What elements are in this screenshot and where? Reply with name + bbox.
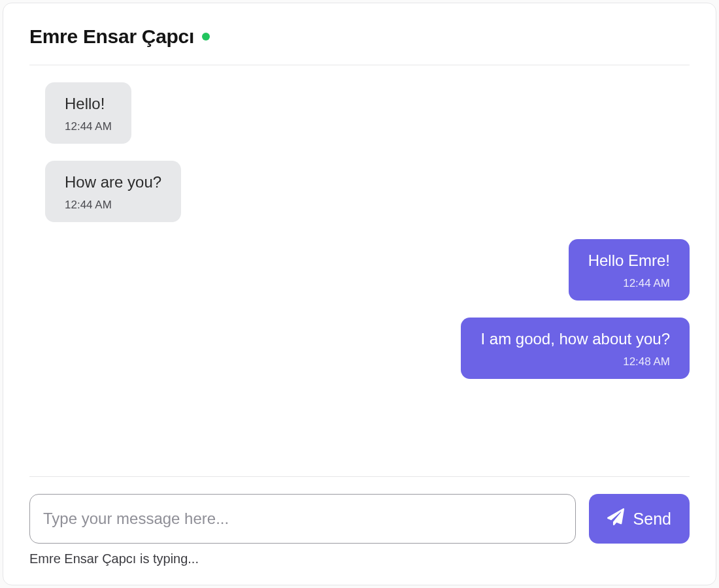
message-bubble-sent: I am good, how about you? 12:48 AM bbox=[461, 318, 690, 379]
message-timestamp: 12:44 AM bbox=[588, 277, 670, 290]
contact-name: Emre Ensar Çapcı bbox=[29, 25, 194, 48]
message-text: How are you? bbox=[65, 172, 161, 192]
message-bubble-received: How are you? 12:44 AM bbox=[45, 161, 181, 222]
chat-header: Emre Ensar Çapcı bbox=[29, 25, 690, 65]
send-button-label: Send bbox=[633, 510, 671, 529]
message-text: Hello! bbox=[65, 94, 112, 114]
paper-plane-icon bbox=[607, 508, 624, 529]
online-status-icon bbox=[202, 33, 210, 41]
typing-indicator: Emre Ensar Çapcı is typing... bbox=[29, 551, 690, 566]
message-row: I am good, how about you? 12:48 AM bbox=[45, 318, 690, 379]
message-bubble-sent: Hello Emre! 12:44 AM bbox=[569, 239, 690, 301]
message-bubble-received: Hello! 12:44 AM bbox=[45, 82, 131, 144]
message-text: I am good, how about you? bbox=[480, 329, 670, 349]
composer: Send bbox=[29, 494, 690, 544]
send-button[interactable]: Send bbox=[589, 494, 690, 544]
message-row: Hello Emre! 12:44 AM bbox=[45, 239, 690, 301]
message-input[interactable] bbox=[29, 494, 576, 544]
message-timestamp: 12:44 AM bbox=[65, 199, 161, 212]
message-row: How are you? 12:44 AM bbox=[45, 161, 690, 222]
message-timestamp: 12:44 AM bbox=[65, 120, 112, 133]
chat-card: Emre Ensar Çapcı Hello! 12:44 AM How are… bbox=[3, 3, 716, 585]
message-list: Hello! 12:44 AM How are you? 12:44 AM He… bbox=[29, 65, 690, 476]
message-timestamp: 12:48 AM bbox=[480, 355, 670, 368]
composer-area: Send Emre Ensar Çapcı is typing... bbox=[29, 476, 690, 566]
message-text: Hello Emre! bbox=[588, 251, 670, 270]
message-row: Hello! 12:44 AM bbox=[45, 82, 690, 144]
